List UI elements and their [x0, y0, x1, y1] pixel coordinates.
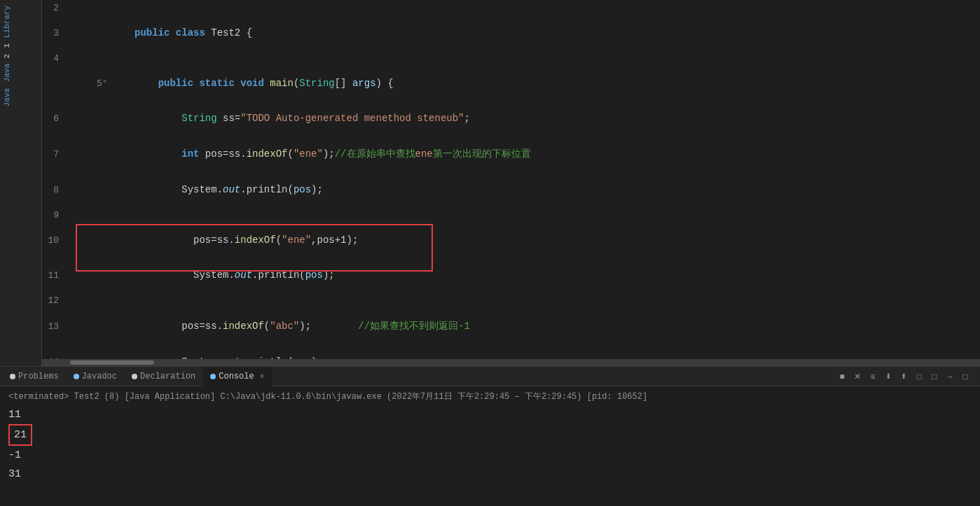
left-sidebar: Library 1 2 Java Java	[0, 0, 42, 366]
toolbar-word-wrap-button[interactable]: □	[913, 370, 925, 383]
line-content-13: pos=ss.indexOf("abc"); //如果查找不到则返回-1	[70, 309, 980, 344]
sidebar-label-2[interactable]: 2	[1, 51, 40, 62]
code-lines: 2 3 public class Test2 { 4 ●5°	[42, 0, 980, 366]
code-line-10: 10 pos=ss.indexOf("ene",pos+1);	[42, 223, 980, 258]
editor-area: Library 1 2 Java Java 2 3 public class T…	[0, 0, 980, 366]
scrollbar-thumb-h	[70, 360, 154, 365]
terminated-label: <terminated> Test2 (8) [Java Application…	[8, 391, 972, 402]
code-line-13: 13 pos=ss.indexOf("abc"); //如果查找不到则返回-1	[42, 308, 980, 344]
tab-console-label: Console	[219, 372, 254, 381]
line-num-7: 7	[42, 149, 70, 160]
decl-dot	[132, 374, 137, 379]
console-toolbar: ■ ✕ ≡ ⬇ ⬆ □ □ → □	[836, 370, 977, 383]
line-num-13: 13	[42, 321, 70, 332]
tab-problems[interactable]: Problems	[3, 367, 67, 386]
code-line-6: 6 String ss="TODO Auto-generated menetho…	[42, 101, 980, 136]
toolbar-pin-button[interactable]: →	[944, 370, 956, 383]
code-line-7: 7 int pos=ss.indexOf("ene");//在原始串中查找ene…	[42, 136, 980, 172]
tab-console[interactable]: Console ×	[203, 367, 272, 386]
tab-bar: Problems Javadoc Declaration Console × ■…	[0, 367, 980, 386]
output-line-1: 11	[8, 405, 972, 424]
line-num-10: 10	[42, 235, 70, 246]
line-num-4: 4	[42, 53, 70, 64]
line-content-3: public class Test2 {	[70, 16, 980, 50]
red-box-container: 10 pos=ss.indexOf("ene",pos+1); 11 Syste…	[42, 223, 980, 308]
code-editor[interactable]: 2 3 public class Test2 { 4 ●5°	[42, 0, 980, 366]
toolbar-remove-button[interactable]: ✕	[851, 370, 864, 383]
console-output: 11 21 -1 31	[8, 405, 972, 484]
tab-declaration[interactable]: Declaration	[125, 367, 203, 386]
javadoc-dot	[74, 374, 79, 379]
line-content-11: System.out.println(pos);	[70, 258, 980, 292]
console-dot	[210, 374, 216, 379]
tab-declaration-label: Declaration	[140, 372, 195, 381]
code-line-8: 8 System.out.println(pos);	[42, 172, 980, 207]
line-num-2: 2	[42, 3, 70, 13]
toolbar-stop-button[interactable]: ■	[836, 370, 848, 383]
line-num-3: 3	[42, 28, 70, 38]
code-line-11: 11 System.out.println(pos);	[42, 258, 980, 293]
output-line-4: 31	[8, 465, 972, 484]
toolbar-menu-button[interactable]: ≡	[867, 370, 879, 383]
code-line-12: 12	[42, 293, 980, 308]
line-content-10: pos=ss.indexOf("ene",pos+1);	[70, 223, 980, 257]
line-content-6: String ss="TODO Auto-generated menethod …	[70, 101, 980, 135]
toolbar-maximize-button[interactable]: □	[959, 370, 972, 383]
output-line-3: -1	[8, 446, 972, 465]
line-num-11: 11	[42, 270, 70, 281]
code-line-2: 2	[42, 0, 980, 15]
output-line-2: 21	[8, 424, 972, 446]
bottom-panel: Problems Javadoc Declaration Console × ■…	[0, 366, 980, 506]
line-num-12: 12	[42, 295, 70, 306]
tab-javadoc[interactable]: Javadoc	[67, 367, 125, 386]
sidebar-label-java1[interactable]: Java	[1, 61, 40, 85]
code-line-3: 3 public class Test2 {	[42, 15, 980, 50]
tab-problems-label: Problems	[18, 372, 59, 381]
code-line-5: ●5° public static void main(String[] arg…	[42, 66, 980, 101]
console-output-area: <terminated> Test2 (8) [Java Application…	[0, 386, 980, 506]
horizontal-scrollbar[interactable]	[42, 359, 980, 366]
toolbar-scroll-down-button[interactable]: ⬇	[882, 370, 895, 383]
line-content-5: public static void main(String[] args) {	[70, 66, 980, 100]
sidebar-label-library[interactable]: Library	[1, 3, 40, 41]
sidebar-label-1[interactable]: 1	[1, 41, 40, 51]
line-content-8: System.out.println(pos);	[70, 173, 980, 206]
code-line-9: 9	[42, 207, 980, 223]
problems-dot	[10, 374, 15, 379]
sidebar-label-java2[interactable]: Java	[1, 85, 40, 109]
line-num-8: 8	[42, 185, 70, 195]
toolbar-copy-button[interactable]: □	[928, 370, 941, 383]
output-highlighted-21: 21	[8, 424, 32, 446]
line-num-6: 6	[42, 113, 70, 124]
console-close-button[interactable]: ×	[260, 372, 265, 381]
line-num-9: 9	[42, 210, 70, 220]
line-content-7: int pos=ss.indexOf("ene");//在原始串中查找ene第一…	[70, 136, 980, 171]
code-line-4: 4	[42, 50, 980, 66]
tab-javadoc-label: Javadoc	[82, 372, 117, 381]
toolbar-scroll-lock-button[interactable]: ⬆	[897, 370, 910, 383]
line-num-5: ●5°	[42, 68, 70, 99]
